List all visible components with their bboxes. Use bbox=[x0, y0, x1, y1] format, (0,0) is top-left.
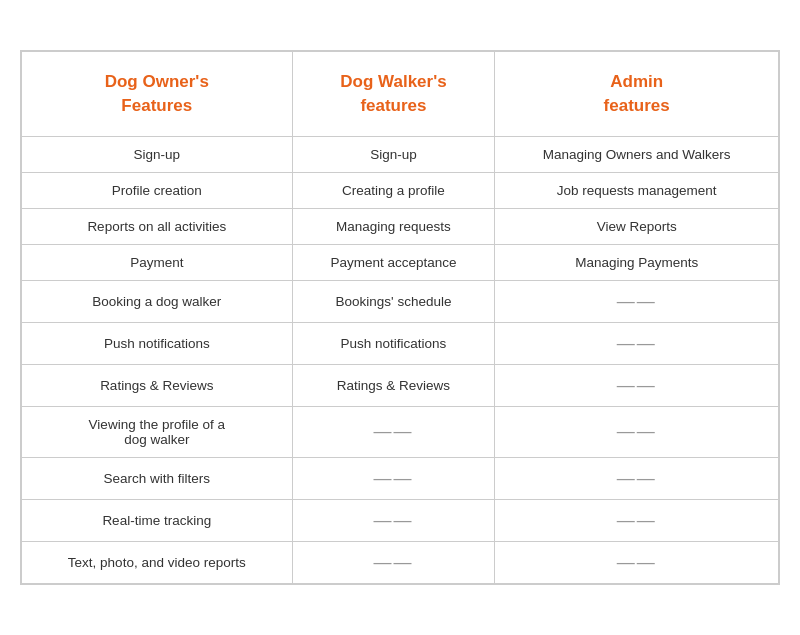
cell-admin-0: Managing Owners and Walkers bbox=[495, 136, 779, 172]
cell-walker-5: Push notifications bbox=[292, 322, 495, 364]
cell-owner-8: Search with filters bbox=[22, 457, 293, 499]
cell-walker-3: Payment acceptance bbox=[292, 244, 495, 280]
col-header-admin: Adminfeatures bbox=[495, 52, 779, 137]
cell-text-admin-3: Managing Payments bbox=[575, 255, 698, 270]
cell-text-admin-1: Job requests management bbox=[557, 183, 717, 198]
cell-text-owner-2: Reports on all activities bbox=[87, 219, 226, 234]
cell-text-owner-9: Real-time tracking bbox=[102, 513, 211, 528]
cell-owner-3: Payment bbox=[22, 244, 293, 280]
cell-admin-3: Managing Payments bbox=[495, 244, 779, 280]
cell-owner-7: Viewing the profile of adog walker bbox=[22, 406, 293, 457]
cell-text-owner-6: Ratings & Reviews bbox=[100, 378, 213, 393]
cell-owner-4: Booking a dog walker bbox=[22, 280, 293, 322]
cell-text-owner-0: Sign-up bbox=[134, 147, 181, 162]
cell-admin-5: —— bbox=[495, 322, 779, 364]
dash-admin-6: —— bbox=[617, 375, 657, 395]
table-row: Push notificationsPush notifications—— bbox=[22, 322, 779, 364]
cell-text-walker-0: Sign-up bbox=[370, 147, 417, 162]
cell-admin-8: —— bbox=[495, 457, 779, 499]
cell-owner-2: Reports on all activities bbox=[22, 208, 293, 244]
dash-walker-9: —— bbox=[373, 510, 413, 530]
cell-admin-2: View Reports bbox=[495, 208, 779, 244]
cell-walker-2: Managing requests bbox=[292, 208, 495, 244]
comparison-table: Dog Owner'sFeatures Dog Walker'sfeatures… bbox=[20, 50, 780, 585]
cell-walker-4: Bookings' schedule bbox=[292, 280, 495, 322]
cell-owner-0: Sign-up bbox=[22, 136, 293, 172]
dash-admin-9: —— bbox=[617, 510, 657, 530]
dash-admin-10: —— bbox=[617, 552, 657, 572]
admin-header-title: Adminfeatures bbox=[604, 72, 670, 115]
cell-admin-4: —— bbox=[495, 280, 779, 322]
cell-text-walker-2: Managing requests bbox=[336, 219, 451, 234]
table-row: Booking a dog walkerBookings' schedule—— bbox=[22, 280, 779, 322]
dash-admin-7: —— bbox=[617, 421, 657, 441]
table-row: Viewing the profile of adog walker———— bbox=[22, 406, 779, 457]
cell-text-owner-10: Text, photo, and video reports bbox=[68, 555, 246, 570]
cell-text-walker-6: Ratings & Reviews bbox=[337, 378, 450, 393]
cell-admin-10: —— bbox=[495, 541, 779, 583]
cell-walker-8: —— bbox=[292, 457, 495, 499]
cell-text-owner-8: Search with filters bbox=[104, 471, 211, 486]
dash-admin-5: —— bbox=[617, 333, 657, 353]
cell-admin-9: —— bbox=[495, 499, 779, 541]
table-row: Ratings & ReviewsRatings & Reviews—— bbox=[22, 364, 779, 406]
cell-owner-10: Text, photo, and video reports bbox=[22, 541, 293, 583]
cell-text-walker-1: Creating a profile bbox=[342, 183, 445, 198]
dash-admin-8: —— bbox=[617, 468, 657, 488]
dash-walker-10: —— bbox=[373, 552, 413, 572]
col-header-owner: Dog Owner'sFeatures bbox=[22, 52, 293, 137]
owner-header-title: Dog Owner'sFeatures bbox=[105, 72, 209, 115]
table-row: Text, photo, and video reports———— bbox=[22, 541, 779, 583]
cell-text-owner-5: Push notifications bbox=[104, 336, 210, 351]
cell-text-walker-5: Push notifications bbox=[341, 336, 447, 351]
cell-walker-6: Ratings & Reviews bbox=[292, 364, 495, 406]
cell-text-owner-4: Booking a dog walker bbox=[92, 294, 221, 309]
table-row: Real-time tracking———— bbox=[22, 499, 779, 541]
col-header-walker: Dog Walker'sfeatures bbox=[292, 52, 495, 137]
cell-admin-1: Job requests management bbox=[495, 172, 779, 208]
cell-text-owner-3: Payment bbox=[130, 255, 183, 270]
cell-text-owner-7: Viewing the profile of adog walker bbox=[89, 417, 225, 447]
cell-text-walker-4: Bookings' schedule bbox=[336, 294, 452, 309]
cell-walker-9: —— bbox=[292, 499, 495, 541]
cell-text-admin-2: View Reports bbox=[597, 219, 677, 234]
table-row: Sign-upSign-upManaging Owners and Walker… bbox=[22, 136, 779, 172]
cell-text-admin-0: Managing Owners and Walkers bbox=[543, 147, 731, 162]
cell-walker-1: Creating a profile bbox=[292, 172, 495, 208]
table-row: Search with filters———— bbox=[22, 457, 779, 499]
cell-owner-6: Ratings & Reviews bbox=[22, 364, 293, 406]
table-row: Profile creationCreating a profileJob re… bbox=[22, 172, 779, 208]
cell-admin-7: —— bbox=[495, 406, 779, 457]
cell-owner-1: Profile creation bbox=[22, 172, 293, 208]
cell-owner-9: Real-time tracking bbox=[22, 499, 293, 541]
cell-owner-5: Push notifications bbox=[22, 322, 293, 364]
table-row: PaymentPayment acceptanceManaging Paymen… bbox=[22, 244, 779, 280]
table-row: Reports on all activitiesManaging reques… bbox=[22, 208, 779, 244]
dash-walker-7: —— bbox=[373, 421, 413, 441]
cell-text-owner-1: Profile creation bbox=[112, 183, 202, 198]
cell-text-walker-3: Payment acceptance bbox=[330, 255, 456, 270]
walker-header-title: Dog Walker'sfeatures bbox=[340, 72, 446, 115]
cell-walker-10: —— bbox=[292, 541, 495, 583]
cell-walker-0: Sign-up bbox=[292, 136, 495, 172]
cell-admin-6: —— bbox=[495, 364, 779, 406]
dash-walker-8: —— bbox=[373, 468, 413, 488]
dash-admin-4: —— bbox=[617, 291, 657, 311]
cell-walker-7: —— bbox=[292, 406, 495, 457]
